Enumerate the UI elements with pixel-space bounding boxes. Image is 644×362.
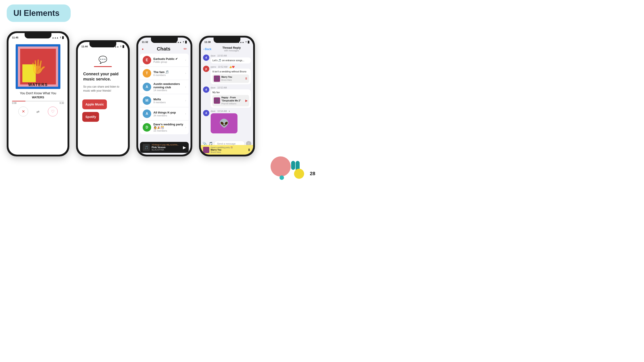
page-title: UI Elements [14,8,60,18]
msg-bubble-2: It isn't a wedding without Bruno 🎵 Marry… [211,69,251,84]
play-button[interactable]: ▶ [183,145,186,150]
msg-content-2: pamx 10:52 AM 👍❤️ It isn't a wedding wit… [211,66,251,84]
footer-info: Dave's wedding party 🎊 Marry You Bruno M… [211,146,246,153]
player-controls: ✕ ⇄ ♡ [8,104,68,119]
now-playing-bar[interactable]: 🎵 All things K-pop #BLACKPIN... Pink Ven… [140,142,189,153]
music-artist-2: Pharrell Williams [222,102,244,105]
chat-item-earbuds[interactable]: E Earbuds Public ✔ Public group › [140,54,189,67]
playing-footer[interactable]: Dave's wedding party 🎊 Marry You Bruno M… [201,145,253,155]
music-thumb-1: 🎵 [214,75,220,82]
chat-item-austin[interactable]: A Austin weekenders running club 14 memb… [140,80,189,94]
phone4-notch [214,37,240,43]
spotify-button[interactable]: Spotify [82,112,99,122]
chat-sub-msfts: 9 members [154,101,185,104]
compose-button[interactable]: ✏ [184,46,187,51]
phone3-screen: 11:32 ▲▲▲ ⇡ ▉ ● Chats ✏ E Earbuds Public… [138,37,190,155]
battery-icon: ▉ [122,45,124,48]
dislike-button[interactable]: ✕ [18,107,28,116]
phone4-time: 11:38 [204,41,211,43]
footer-song: Marry You [211,149,246,151]
chat-item-kpop[interactable]: A All things K-pop 34 members › [140,107,189,120]
np-artist: BLACKPINK [152,149,183,151]
chat-name-austin: Austin weekenders running club [154,82,185,89]
back-button[interactable]: ‹ Back [204,47,211,51]
wifi-icon: ⇡ [60,36,61,39]
phone4-screen: 11:38 ▲▲▲ ⇡ ▉ ‹ Back Thread Reply with m… [201,37,253,155]
chat-sub-austin: 14 members [154,89,185,92]
song-title: You Don't Know What You [11,91,65,95]
music-card-marry-you[interactable]: 🎵 Marry You Bruno Mars ⏸ [212,74,249,83]
msg-avatar-dave2: d [203,86,209,93]
pause-icon[interactable]: ⏸ [245,76,248,81]
connect-bar [94,66,112,67]
chat-name-kpop: All things K-pop [154,111,185,114]
chat-item-msfts[interactable]: M Msfts 9 members › [140,94,189,107]
time-current: 0:08 [12,102,16,104]
chat-info-kpop: All things K-pop 34 members [154,111,185,117]
phone-music-player: 11:45 ▲▲▲ ⇡ ▉ 🖐 WATERS You Don't Know Wh… [7,31,69,156]
phone2-time: 11:44 [82,45,88,48]
shuffle-button[interactable]: ⇄ [35,108,41,115]
apple-music-button[interactable]: Apple Music [82,99,107,109]
header-background: UI Elements [7,4,71,22]
msg-meta-4: dave 10:54 AM ▾ [211,110,251,112]
play-icon[interactable]: ▶ [245,98,248,103]
footer-artist: Bruno Mars [211,151,246,153]
connect-title: Connect your paid music service. [78,71,128,82]
battery-icon: ▉ [185,41,187,43]
phone3-notch [151,37,178,43]
phone1-time: 11:45 [12,36,18,39]
chat-name-fam: The fam 🎵 [154,70,185,74]
wifi-icon: ⇡ [120,45,122,48]
msg-meta-3: dave 10:52 AM [211,86,251,89]
thread-messages: d dave 10:50 AM Let's 🎵 on entrance song… [201,53,253,137]
chat-item-fam[interactable]: T The fam 🎵 6 members › [140,67,189,80]
chat-avatar-earbuds: E [143,56,151,64]
chevron-icon: › [185,58,186,62]
deco-yellow-circle [294,169,304,179]
deco-teal-bar-short [291,161,295,170]
message-row-1: d dave 10:50 AM Let's 🎵 on entrance song… [203,54,251,63]
chevron-icon: › [185,85,186,88]
chats-header: ● Chats ✏ [138,44,190,54]
progress-bar[interactable] [12,101,64,101]
progress-fill [12,101,26,101]
chat-avatar-kpop: A [143,109,151,118]
msg-avatar-dave3: d [203,110,209,116]
back-label: Back [205,47,211,51]
chevron-icon: › [185,112,186,115]
chat-name-msfts: Msfts [154,98,185,101]
music-card-happy[interactable]: 🎵 Happy - From "Despicable Me 2" Pharrel… [212,95,249,106]
music-title-1: Marry You [222,75,243,79]
chat-info-austin: Austin weekenders running club 14 member… [154,82,185,92]
music-title-2: Happy - From "Despicable Me 2" [222,96,244,102]
deco-teal-small-circle [280,175,284,180]
alien-image: 👽 [211,113,238,133]
back-chevron-icon: ‹ [204,47,204,51]
chats-status-icon: ● [142,47,144,51]
chat-info-wedding: Dave's wedding party 👰🎉🎊 15 members [154,123,185,132]
album-hand-image: 🖐 [16,44,60,89]
chat-name-earbuds: Earbuds Public ✔ [154,57,185,60]
like-button[interactable]: ♡ [48,107,58,116]
song-artist: WATERS [8,96,68,99]
chat-sub-kpop: 34 members [154,114,185,117]
phone1-notch [24,33,52,38]
chat-avatar-fam: T [143,69,151,77]
msg-content-3: dave 10:52 AM My fav 🎵 Happy - From "Des… [211,86,251,108]
progress-times: 0:08 0:30 [12,102,64,104]
wifi-icon: ⇡ [182,41,184,43]
battery-icon: ▉ [248,41,250,43]
footer-pause-button[interactable]: ⏸ [247,148,251,152]
np-song: Pink Venom [152,146,183,149]
album-artist-text: WATERS [16,82,60,87]
phone2-screen: 11:44 ▲▲▲ ⇡ ▉ 💬 Connect your paid music … [78,42,128,155]
msg-content-1: dave 10:50 AM Let's 🎵 on entrance songs.… [211,54,251,63]
chat-info-msfts: Msfts 9 members [154,98,185,104]
msg-bubble-3: My fav 🎵 Happy - From "Despicable Me 2" … [211,89,251,108]
chat-avatar-msfts: M [143,96,151,105]
chevron-icon: › [185,126,186,129]
chat-item-wedding[interactable]: D Dave's wedding party 👰🎉🎊 15 members › [140,120,189,134]
signal-icon: ▲▲▲ [52,36,58,39]
footer-group: Dave's wedding party 🎊 [211,146,246,149]
